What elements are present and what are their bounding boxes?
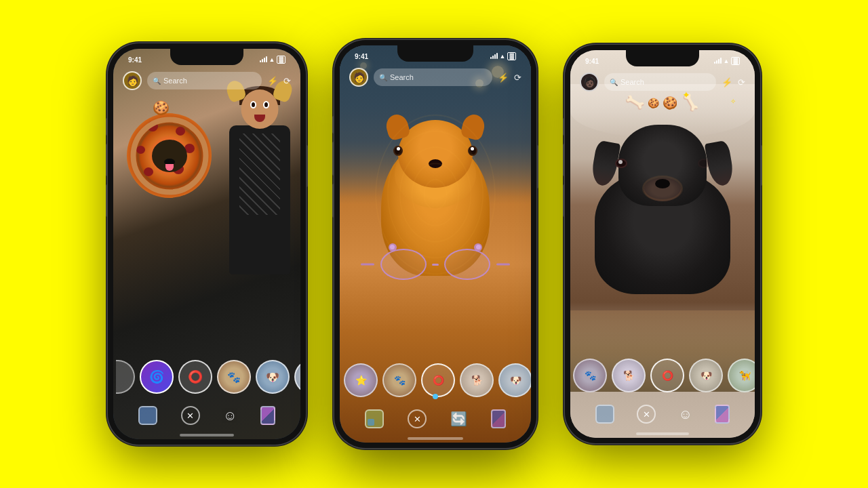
camera-flip-right[interactable]: ⟳ (738, 77, 745, 87)
dual-btn-right[interactable] (715, 405, 730, 424)
flash-icon-left[interactable]: ⚡ (267, 76, 278, 86)
lens-2-c[interactable]: 🐾 (382, 363, 416, 397)
c-side-btn3 (332, 184, 334, 218)
avatar-left[interactable]: 🧑 (123, 71, 142, 90)
c-side-btn2 (332, 142, 334, 176)
battery-center: ▓ (507, 52, 516, 61)
signal-center (490, 53, 498, 59)
search-label-center: Search (390, 73, 414, 81)
camera-flip-center[interactable]: ⟳ (514, 73, 521, 83)
gallery-btn-center[interactable] (365, 409, 384, 428)
search-icon-right: 🔍 (610, 79, 618, 86)
cancel-btn-right[interactable]: ✕ (637, 405, 656, 424)
search-bar-center[interactable]: 🔍 Search (374, 68, 492, 86)
search-label-left: Search (163, 77, 187, 85)
lens-4-c[interactable]: 🐕 (460, 363, 494, 397)
gallery-btn-right[interactable] (595, 405, 614, 424)
app-background: 🍪 9:41 ▲ ▓ (0, 0, 868, 488)
home-indicator-left (180, 434, 234, 436)
r-side-btn3 (563, 184, 565, 217)
wifi-left: ▲ (269, 56, 275, 63)
lens-2-r[interactable]: 🐕 (612, 359, 646, 392)
left-side-btn1 (106, 118, 108, 136)
sticker-btn-right[interactable]: ☺ (678, 407, 692, 422)
faceswap-btn-center[interactable]: 🔄 (450, 411, 467, 427)
phone-left: 🍪 9:41 ▲ ▓ (108, 43, 306, 445)
lens-5-c[interactable]: 🐶 (498, 363, 531, 397)
search-icon-center: 🔍 (379, 74, 387, 81)
lens-4-left[interactable]: 🐶 (256, 360, 290, 394)
lens-2-left[interactable]: ⭕ (178, 360, 212, 394)
top-icons-center: ⚡ ⟳ (498, 73, 521, 83)
top-bar-left: 🧑 🔍 Search ⚡ ⟳ (113, 68, 300, 94)
phone-right: 🦴 🍪 🍪 🦴 ✦ ✧ 9:41 (565, 45, 760, 443)
pizza-overlay (127, 113, 212, 198)
bottom-bar-center: ✕ 🔄 (340, 402, 531, 436)
status-icons-center: ▲ ▓ (490, 52, 516, 61)
search-bar-right[interactable]: 🔍 Search (604, 73, 716, 91)
status-icons-left: ▲ ▓ (260, 56, 285, 64)
signal-left (260, 56, 267, 62)
lens-bar-right: 🐾 🐕 ⭕ 🐶 🦮 (570, 354, 755, 397)
status-icons-right: ▲ ▓ (714, 57, 740, 66)
bottom-bar-left: ✕ ☺ (113, 399, 300, 432)
time-right: 9:41 (585, 58, 599, 65)
wifi-right: ▲ (724, 58, 730, 64)
search-bar-left[interactable]: 🔍 Search (147, 72, 262, 89)
status-bar-right: 9:41 ▲ ▓ (570, 54, 755, 68)
signal-right (714, 58, 722, 64)
lens-3-left[interactable]: 🐾 (217, 360, 251, 394)
home-indicator-right (636, 432, 689, 435)
person-shape (224, 86, 295, 289)
lens-bar-left: 🌀 ⭕ 🐾 🐶 🐕 (113, 355, 300, 399)
top-bar-right: 🧑🏿 🔍 Search ⚡ ⟳ (570, 69, 755, 95)
left-side-btn2 (106, 144, 108, 176)
lens-4-r[interactable]: 🐶 (689, 359, 723, 392)
ar-glasses (374, 249, 496, 288)
flash-icon-center[interactable]: ⚡ (498, 73, 509, 83)
phone-center-screen: 9:41 ▲ ▓ 🧑 (340, 45, 531, 443)
black-dog (588, 104, 737, 294)
home-indicator-center (408, 437, 463, 440)
lens-3-r[interactable]: ⭕ (650, 359, 684, 392)
search-label-right: Search (620, 78, 644, 86)
camera-flip-left[interactable]: ⟳ (283, 76, 291, 86)
phone-center: 9:41 ▲ ▓ 🧑 (334, 40, 536, 448)
avatar-center[interactable]: 🧑 (349, 68, 368, 87)
top-icons-left: ⚡ ⟳ (267, 76, 291, 86)
c-right-btn (536, 145, 538, 188)
flash-icon-right[interactable]: ⚡ (722, 77, 732, 87)
r-side-btn1 (563, 118, 565, 136)
wifi-center: ▲ (500, 53, 506, 60)
phones-container: 🍪 9:41 ▲ ▓ (108, 40, 760, 448)
left-side-btn3 (106, 184, 108, 217)
top-bar-center: 🧑 🔍 Search ⚡ ⟳ (340, 64, 531, 90)
lens-1-r[interactable]: 🐾 (573, 359, 607, 392)
lens-5-r[interactable]: 🦮 (728, 359, 755, 392)
c-side-btn1 (332, 116, 334, 134)
dual-btn-left[interactable] (260, 406, 275, 425)
lens-1-c[interactable]: ⭐ (344, 363, 378, 397)
lens-5-left[interactable]: 🐕 (294, 360, 300, 394)
time-left: 9:41 (128, 56, 142, 64)
cookie-snack: 🍪 (153, 100, 170, 116)
battery-left: ▓ (277, 56, 285, 64)
r-side-btn2 (563, 144, 565, 176)
phone-left-screen: 🍪 9:41 ▲ ▓ (113, 49, 300, 439)
lens-1-left[interactable]: 🌀 (140, 360, 174, 394)
lens-3-c[interactable]: ⭕ (421, 363, 455, 397)
blue-dot-center (433, 394, 438, 399)
top-icons-right: ⚡ ⟳ (722, 77, 745, 87)
cancel-btn-center[interactable]: ✕ (408, 409, 427, 428)
lens-partial-left[interactable] (116, 360, 135, 394)
dual-btn-center[interactable] (491, 409, 506, 428)
sticker-btn-left[interactable]: ☺ (223, 408, 237, 424)
status-bar-left: 9:41 ▲ ▓ (113, 53, 300, 66)
gallery-btn-left[interactable] (138, 406, 157, 425)
time-center: 9:41 (355, 53, 368, 60)
avatar-right[interactable]: 🧑🏿 (580, 73, 599, 92)
cancel-btn-left[interactable]: ✕ (181, 406, 200, 425)
r-right-btn (760, 145, 762, 186)
bottom-bar-right: ✕ ☺ (570, 397, 755, 431)
right-side-btn (306, 145, 308, 187)
